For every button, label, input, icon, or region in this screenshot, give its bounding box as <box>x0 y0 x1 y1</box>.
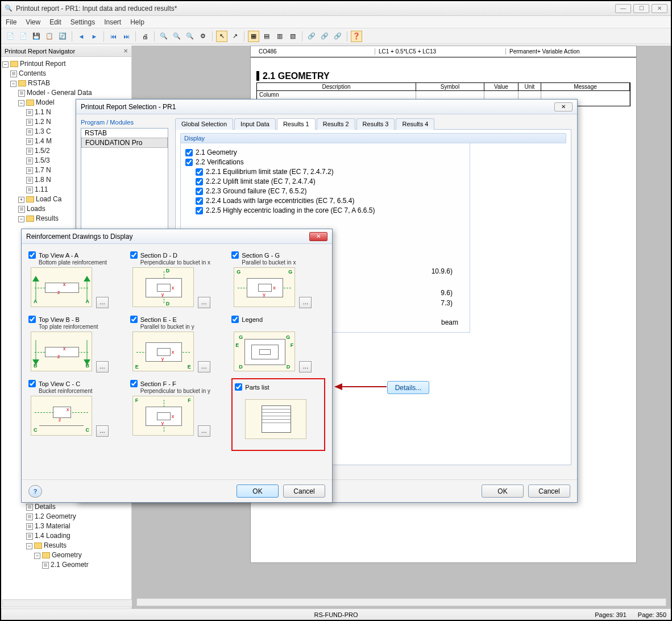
maximize-button[interactable]: ☐ <box>633 4 649 13</box>
tool-open-icon[interactable]: 📄 <box>18 31 29 42</box>
section-title: 2.1 GEOMETRY <box>251 68 636 82</box>
dlg2-cancel-button[interactable]: Cancel <box>283 485 325 498</box>
module-rstab[interactable]: RSTAB <box>81 129 168 138</box>
tool-help-icon[interactable]: ❓ <box>351 31 362 42</box>
dlg2-title: Reinforcement Drawings to Display <box>26 233 309 241</box>
tool-new-icon[interactable]: 📄 <box>5 31 16 42</box>
tool-zoomfit-icon[interactable]: 🔍 <box>184 31 196 42</box>
chk-large-ecc[interactable]: 2.2.4 Loads with large eccentricities (E… <box>196 197 465 205</box>
cell-section-f: Section F - F Perpendicular to bucket in… <box>130 378 224 451</box>
dlg2-ok-button[interactable]: OK <box>237 485 279 498</box>
tab-global-selection[interactable]: Global Selection <box>175 118 233 130</box>
cell-section-e: Section E - E Parallel to bucket in y EE… <box>130 314 224 372</box>
menu-help[interactable]: Help <box>130 18 144 26</box>
dlg1-title: Printout Report Selection - PR1 <box>81 103 554 111</box>
cell-section-g: Section G - G Parallel to bucket in x GG… <box>231 250 325 308</box>
minimize-button[interactable]: — <box>615 4 631 13</box>
menu-edit[interactable]: Edit <box>49 18 61 26</box>
tool-link2-icon[interactable]: 🔗 <box>319 31 330 42</box>
svg-marker-1 <box>334 383 342 390</box>
module-foundation-pro[interactable]: FOUNDATION Pro <box>81 138 168 148</box>
tab-results-1[interactable]: Results 1 <box>277 118 316 130</box>
browse-c-button[interactable]: … <box>96 425 109 437</box>
tool-settings-icon[interactable]: ⚙ <box>197 31 209 42</box>
cell-parts-list: Parts list <box>231 378 325 451</box>
svg-marker-7 <box>32 359 39 365</box>
tool-page3-icon[interactable]: ▥ <box>274 31 285 42</box>
menubar: File View Edit Settings Insert Help <box>1 16 671 28</box>
chk-highly-ecc[interactable]: 2.2.5 Highly eccentric loading in the co… <box>196 206 465 214</box>
tab-results-4[interactable]: Results 4 <box>396 118 434 130</box>
thumb-c: CC xz <box>31 396 92 436</box>
browse-a-button[interactable]: … <box>96 297 109 308</box>
tool-link1-icon[interactable]: 🔗 <box>306 31 317 42</box>
doc-scrollbar[interactable] <box>136 598 666 606</box>
browse-f-button[interactable]: … <box>198 425 210 437</box>
chk-geometry[interactable]: 2.1 Geometry <box>185 148 465 156</box>
close-button[interactable]: ✕ <box>652 4 667 13</box>
reinforcement-drawings-dialog: Reinforcement Drawings to Display ✕ Top … <box>21 229 333 503</box>
dlg1-close-icon[interactable]: ✕ <box>554 102 573 111</box>
tool-page1-icon[interactable]: ▦ <box>248 31 259 42</box>
tab-input-data[interactable]: Input Data <box>234 118 276 130</box>
browse-d-button[interactable]: … <box>198 297 210 308</box>
svg-marker-2 <box>32 276 39 281</box>
chk-equilibrium[interactable]: 2.2.1 Equilibrium limit state (EC 7, 2.4… <box>196 168 465 176</box>
window-title: Printout report - PR1: Input data and re… <box>16 5 615 13</box>
menu-insert[interactable]: Insert <box>104 18 121 26</box>
tool-prev-icon[interactable]: ◄ <box>76 31 87 42</box>
dlg1-tabs: Global Selection Input Data Results 1 Re… <box>175 118 571 130</box>
chk-uplift[interactable]: 2.2.2 Uplift limit state (EC 7, 2.4.7.4) <box>196 177 465 185</box>
callout-arrow-icon <box>334 382 387 391</box>
cell-top-view-b: Top View B - B Top plate reinforcement B… <box>28 314 122 372</box>
svg-marker-9 <box>84 359 90 365</box>
toolbar: 📄 📄 💾 📋 🔄 ◄ ► ⏮ ⏭ 🖨 🔍 🔍 🔍 ⚙ ↖ ↗ ▦ ▤ ▥ ▧ … <box>1 28 671 44</box>
status-page: Page: 350 <box>638 611 666 618</box>
browse-legend-button[interactable]: … <box>299 361 312 372</box>
dlg1-cancel-button[interactable]: Cancel <box>528 485 570 498</box>
thumb-parts <box>245 399 306 439</box>
app-icon: 🔍 <box>5 5 13 13</box>
thumb-f: FF xy <box>132 396 194 436</box>
dlg2-close-icon[interactable]: ✕ <box>309 232 327 241</box>
browse-e-button[interactable]: … <box>198 361 210 372</box>
display-group-header: Display <box>180 133 566 143</box>
cell-legend: Legend GG DD EF … <box>231 314 325 372</box>
tab-results-2[interactable]: Results 2 <box>317 118 355 130</box>
thumb-d: DD xy <box>132 267 194 307</box>
tool-first-icon[interactable]: ⏮ <box>107 31 119 42</box>
tool-save-icon[interactable]: 💾 <box>31 31 42 42</box>
chk-ground-failure[interactable]: 2.2.3 Ground failure (EC 7, 6.5.2) <box>196 187 465 195</box>
navigator-title: Printout Report Navigator <box>5 48 75 55</box>
tool-link3-icon[interactable]: 🔗 <box>332 31 343 42</box>
navigator-scrollbar[interactable] <box>2 599 132 607</box>
chk-verifications[interactable]: 2.2 Verifications <box>185 158 465 166</box>
tool-page2-icon[interactable]: ▤ <box>261 31 272 42</box>
tool-copy-icon[interactable]: 📋 <box>44 31 55 42</box>
cell-section-d: Section D - D Perpendicular to bucket in… <box>130 250 224 308</box>
thumb-b: BB xz <box>31 332 92 371</box>
tool-next-icon[interactable]: ► <box>89 31 100 42</box>
tool-last-icon[interactable]: ⏭ <box>121 31 132 42</box>
details-button[interactable]: Details... <box>387 381 429 394</box>
menu-settings[interactable]: Settings <box>70 18 95 26</box>
tool-refresh-icon[interactable]: 🔄 <box>57 31 68 42</box>
tab-results-3[interactable]: Results 3 <box>356 118 395 130</box>
program-modules-label: Program / Modules <box>81 119 168 126</box>
browse-b-button[interactable]: … <box>96 361 109 372</box>
thumb-e: EE xy <box>132 332 194 371</box>
navigator-close-icon[interactable]: ✕ <box>123 48 128 54</box>
dlg2-help-button[interactable]: ? <box>28 485 42 498</box>
tool-zoomin-icon[interactable]: 🔍 <box>171 31 182 42</box>
tool-select-icon[interactable]: ↖ <box>216 31 227 42</box>
menu-view[interactable]: View <box>26 18 40 26</box>
tool-pointer-icon[interactable]: ↗ <box>229 31 240 42</box>
menu-file[interactable]: File <box>6 18 16 26</box>
tool-zoomout-icon[interactable]: 🔍 <box>158 31 169 42</box>
dlg1-ok-button[interactable]: OK <box>482 485 524 498</box>
tool-print-icon[interactable]: 🖨 <box>139 31 151 42</box>
status-app: RS-FUND-PRO <box>314 611 358 618</box>
svg-marker-4 <box>84 276 90 281</box>
browse-g-button[interactable]: … <box>299 297 312 308</box>
tool-page4-icon[interactable]: ▧ <box>287 31 298 42</box>
